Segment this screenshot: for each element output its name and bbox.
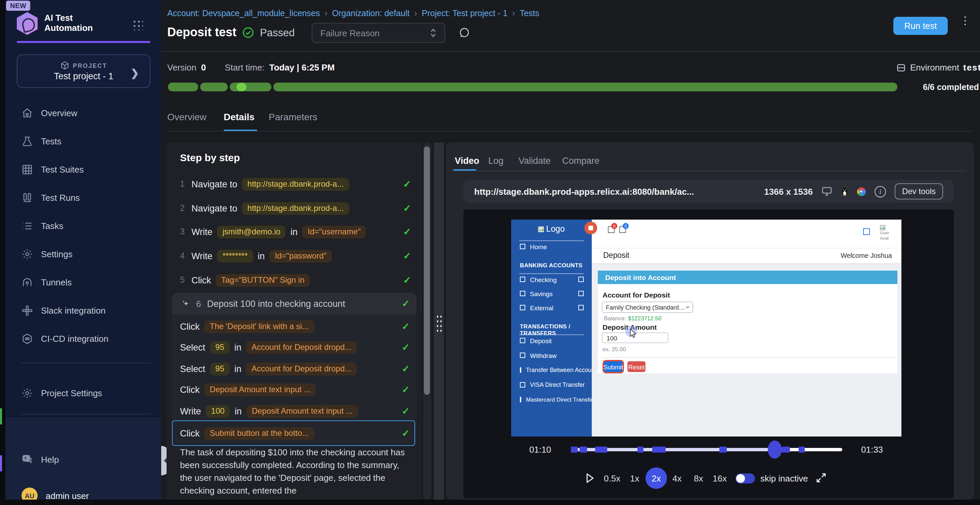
timeline-playhead[interactable] — [768, 440, 782, 459]
bank-nav-icon — [578, 291, 584, 296]
panel-resize-rail[interactable] — [434, 142, 444, 500]
chevron-right-icon: ❯ — [130, 67, 139, 79]
selector-chip: Id="username" — [302, 225, 366, 238]
bank-submit-button[interactable]: Submit — [604, 361, 623, 372]
run-test-button[interactable]: Run test — [893, 17, 948, 35]
selector-chip: Deposit Amount text input ... — [247, 405, 358, 418]
selector-chip: Account for Deposit dropd... — [246, 362, 357, 375]
tab-video[interactable]: Video — [455, 156, 479, 166]
substep-row-2[interactable]: Select 95 in Account for Deposit dropd..… — [180, 338, 411, 356]
bank-nav-transfer-between[interactable]: Transfer Between Accounts — [511, 365, 592, 375]
account-select[interactable]: Family Checking (Standard Checking) — [602, 302, 693, 313]
kebab-menu-icon[interactable]: ⋮ — [960, 18, 969, 24]
project-selector[interactable]: PROJECT Test project - 1 ❯ — [17, 54, 150, 88]
sidebar-item-test-runs[interactable]: Test Runs — [11, 186, 156, 209]
substep-row-3[interactable]: Select 95 in Account for Deposit dropd..… — [180, 360, 411, 377]
apps-grid-icon[interactable] — [132, 19, 143, 30]
speed-1x[interactable]: 1x — [630, 473, 639, 483]
skip-inactive-toggle[interactable] — [735, 473, 755, 483]
tab-validate[interactable]: Validate — [519, 156, 551, 166]
page-title: Deposit test — [167, 25, 236, 40]
sidebar-item-slack-integration[interactable]: Slack integration — [11, 299, 156, 322]
speed-2x-active[interactable]: 2x — [646, 467, 667, 489]
sidebar-item-help[interactable]: ? Help — [11, 448, 156, 471]
step-row-3[interactable]: 3 Write jsmith@demo.io in Id="username" … — [180, 223, 412, 240]
check-icon: ✓ — [402, 363, 410, 374]
edge-sliver-purple — [0, 455, 2, 472]
sidebar-item-project-settings[interactable]: Project Settings — [11, 381, 156, 404]
step-row-2[interactable]: 2 Navigate to http://stage.dbank.prod-a.… — [180, 199, 412, 217]
app-window: NEW AI TestAutomation PROJECT Test proje… — [0, 0, 980, 505]
steps-scrollbar-thumb[interactable] — [424, 146, 430, 395]
selector-chip: The 'Deposit' link with a si... — [205, 320, 314, 333]
record-indicator[interactable] — [584, 222, 597, 234]
monitor-icon — [821, 187, 832, 196]
bank-nav-visa-transfer[interactable]: VISA Direct Transfer — [511, 380, 592, 389]
fullscreen-icon[interactable] — [815, 472, 827, 483]
substep-row-5[interactable]: Write 100 in Deposit Amount text input .… — [180, 402, 411, 420]
speed-0-5x[interactable]: 0.5x — [604, 473, 620, 483]
breadcrumb-tests[interactable]: Tests — [520, 9, 539, 18]
sidebar-item-tasks[interactable]: Tasks — [11, 214, 156, 237]
status-badge: Passed — [260, 27, 294, 39]
tab-log[interactable]: Log — [488, 156, 503, 166]
check-icon: ✓ — [402, 406, 410, 416]
breadcrumb-organization[interactable]: Organization: default — [332, 9, 410, 18]
sidebar-item-tests[interactable]: Tests — [11, 130, 156, 152]
dev-tools-button[interactable]: Dev tools — [895, 183, 943, 199]
tab-overview[interactable]: Overview — [167, 111, 207, 122]
bank-toolbar-icon[interactable]: 0 — [619, 226, 626, 233]
bank-button-row: Submit Reset — [598, 357, 897, 373]
breadcrumb-project[interactable]: Project: Test project - 1 — [422, 9, 508, 18]
sidebar-item-cicd-integration[interactable]: CI-CD integration — [11, 327, 156, 350]
step-by-step-panel: Step by step 1 Navigate to http://stage.… — [167, 142, 422, 500]
speed-4x[interactable]: 4x — [672, 473, 681, 483]
step-group-header[interactable]: 6 Deposit 100 into checking account ✓ — [172, 293, 417, 314]
timeline-marker — [638, 446, 643, 453]
bank-nav-deposit[interactable]: Deposit — [511, 336, 592, 345]
select-chevrons-icon — [430, 28, 437, 38]
steps-scrollbar-track[interactable] — [423, 142, 431, 500]
timeline-marker — [652, 446, 666, 453]
timeline-marker — [595, 446, 607, 453]
failure-reason-select[interactable]: Failure Reason — [312, 23, 445, 43]
value-chip: http://stage.dbank.prod-a... — [242, 202, 349, 214]
tab-parameters[interactable]: Parameters — [269, 111, 317, 122]
bank-nav-savings[interactable]: Savings — [511, 289, 592, 298]
substep-row-4[interactable]: Click Deposit Amount text input ... ✓ — [180, 381, 411, 398]
bank-nav-home[interactable]: Home — [511, 242, 592, 251]
info-icon[interactable]: i — [875, 186, 886, 197]
step-row-5[interactable]: 5 Click Tag="BUTTON" Sign in ✓ — [180, 271, 412, 289]
tab-details[interactable]: Details — [224, 111, 255, 122]
bank-header-icon[interactable] — [863, 228, 870, 235]
bank-user-avatar-broken[interactable]: User Avat — [880, 225, 889, 240]
bank-nav-mastercard-transfer[interactable]: Mastercard Direct Transfer — [511, 395, 592, 404]
sidebar-item-test-suites[interactable]: Test Suites — [11, 158, 156, 181]
comment-icon[interactable] — [457, 27, 470, 39]
tab-compare[interactable]: Compare — [562, 156, 600, 166]
bank-nav-external[interactable]: External — [511, 303, 592, 312]
play-icon[interactable] — [586, 473, 595, 483]
tunnel-icon — [21, 276, 33, 288]
page-url[interactable]: http://stage.dbank.prod-apps.relicx.ai:8… — [474, 186, 694, 197]
speed-16x[interactable]: 16x — [713, 473, 727, 483]
bank-nav-withdraw[interactable]: Withdraw — [511, 351, 592, 360]
bank-reset-button[interactable]: Reset — [627, 361, 646, 372]
substep-row-1[interactable]: Click The 'Deposit' link with a si... ✓ — [180, 318, 411, 335]
bank-toolbar-icon[interactable]: 0 — [608, 226, 615, 233]
sidebar-item-tunnels[interactable]: Tunnels — [11, 271, 156, 294]
sidebar-item-settings[interactable]: Settings — [11, 243, 156, 265]
window-edge — [0, 0, 5, 505]
bank-logo: Logo — [538, 224, 565, 234]
value-chip: 95 — [210, 362, 230, 375]
speed-8x[interactable]: 8x — [694, 473, 703, 483]
step-row-4[interactable]: 4 Write ******** in Id="password" ✓ — [180, 247, 412, 265]
progress-position-marker — [236, 83, 247, 91]
toggle-knob — [736, 474, 745, 483]
bank-nav-checking[interactable]: Checking — [511, 275, 592, 284]
step-row-1[interactable]: 1 Navigate to http://stage.dbank.prod-a.… — [180, 175, 412, 193]
sidebar-item-overview[interactable]: Overview — [11, 102, 156, 124]
check-icon: ✓ — [403, 179, 411, 189]
breadcrumb-account[interactable]: Account: Devspace_all_module_licenses — [167, 9, 320, 18]
svg-text:?: ? — [24, 456, 27, 461]
